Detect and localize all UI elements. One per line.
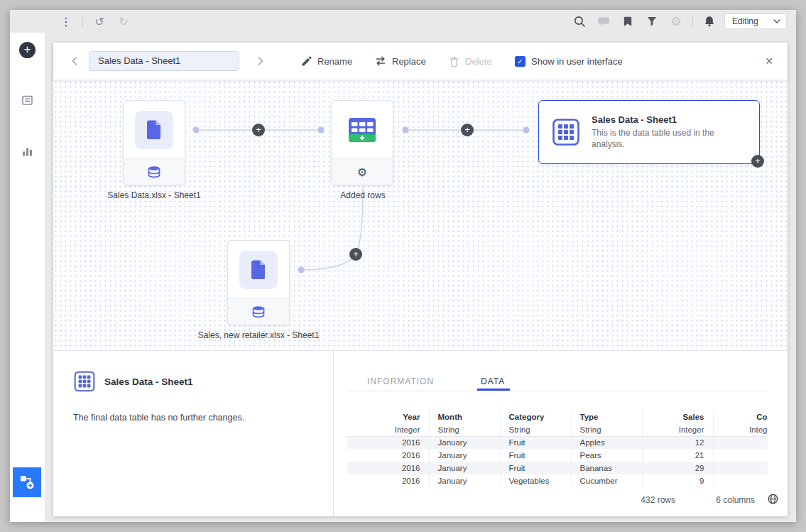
cell: January (429, 462, 500, 474)
node-final-table[interactable]: Sales Data - Sheet1 This is the data tab… (538, 100, 760, 164)
source-name-input[interactable]: Sales Data - Sheet1 (89, 51, 239, 71)
cell: 9 (642, 474, 713, 487)
cell: 2016 (347, 462, 429, 474)
visualizations-icon[interactable] (21, 145, 34, 161)
file-icon (249, 259, 268, 281)
details-panel: Sales Data - Sheet1 The final data table… (53, 350, 788, 516)
data-preview: Year Month Category Type Sales Co Intege… (347, 411, 768, 487)
comments-icon[interactable] (594, 12, 613, 31)
database-icon (146, 165, 162, 178)
details-title: Sales Data - Sheet1 (104, 376, 193, 387)
node-added-rows[interactable]: ⚙ (331, 100, 393, 185)
cell: Apples (571, 436, 642, 449)
settings-gear-icon[interactable]: ⚙ (667, 12, 685, 31)
locale-globe-icon[interactable] (767, 493, 779, 508)
cell: Cucumber (571, 474, 642, 487)
rename-button[interactable]: Rename (300, 55, 352, 67)
column-header[interactable]: Type (571, 411, 642, 423)
node-body (124, 101, 185, 158)
cell: January (429, 474, 500, 487)
tab-data[interactable]: DATA (481, 376, 505, 386)
final-node-description: This is the data table used in the analy… (592, 128, 734, 151)
node-body (332, 101, 393, 158)
bookmark-icon[interactable] (619, 12, 637, 31)
column-count: 6 columns (716, 495, 755, 505)
cell: 12 (642, 436, 713, 449)
column-header[interactable]: Month (429, 411, 500, 423)
column-type: Integ (713, 423, 768, 436)
pages-icon[interactable] (21, 94, 34, 110)
file-icon (145, 119, 163, 141)
column-type: Integer (347, 423, 429, 436)
file-icon-tile (239, 251, 278, 289)
show-in-ui-checkbox[interactable]: ✓ (515, 56, 525, 67)
add-content-button[interactable]: + (19, 42, 36, 58)
cell (713, 449, 768, 462)
canvas-header: Sales Data - Sheet1 Rename Delete ✓ (53, 43, 788, 80)
column-type: Integer (642, 423, 713, 436)
search-icon[interactable] (570, 12, 589, 31)
cell: 29 (642, 462, 713, 474)
mode-dropdown[interactable]: Editing (724, 13, 787, 29)
chevron-down-icon (773, 19, 780, 23)
cell: Vegetables (500, 474, 571, 487)
table-row: 2016 January Vegetables Cucumber 9 (347, 474, 768, 487)
column-header-row: Year Month Category Type Sales Co (347, 411, 768, 423)
filter-icon[interactable] (643, 12, 661, 31)
show-in-ui-label: Show in user interface (531, 56, 623, 67)
cell: Bananas (571, 462, 642, 474)
tabs-rule (347, 391, 768, 391)
cell (713, 436, 768, 449)
cell (713, 462, 768, 474)
kebab-menu-icon[interactable]: ⋮ (57, 12, 75, 31)
delete-label: Delete (465, 56, 492, 67)
chevron-left-icon (72, 57, 77, 65)
node-footer (124, 158, 185, 185)
delete-button[interactable]: Delete (448, 55, 492, 67)
tab-information[interactable]: INFORMATION (367, 376, 434, 386)
cell: Fruit (500, 462, 571, 474)
data-table-icon (73, 370, 96, 393)
node-source-file-2[interactable] (227, 240, 290, 325)
add-step-button[interactable]: + (461, 124, 474, 136)
data-canvas-tab[interactable] (13, 467, 41, 497)
column-header[interactable]: Co (713, 411, 768, 423)
node-footer (228, 298, 289, 325)
add-step-button[interactable]: + (349, 248, 362, 261)
add-step-button[interactable]: + (252, 124, 265, 136)
toolbar-divider (692, 16, 693, 27)
node-label: Sales Data.xlsx - Sheet1 (107, 190, 200, 200)
data-table-icon (551, 117, 581, 147)
column-header[interactable]: Category (500, 411, 571, 423)
column-header[interactable]: Sales (642, 411, 713, 423)
column-type: String (429, 423, 500, 436)
node-label: Sales, new retailer.xlsx - Sheet1 (198, 330, 320, 340)
undo-icon[interactable]: ↺ (90, 12, 109, 31)
cell: Fruit (500, 449, 571, 462)
chevron-right-icon (258, 57, 263, 65)
notifications-bell-icon[interactable] (700, 12, 719, 31)
close-icon[interactable]: ✕ (765, 43, 773, 80)
app-window: ⋮ ↺ ↻ ⚙ Editing + (10, 10, 796, 522)
pipeline-canvas: Sales Data.xlsx - Sheet1 ⚙ (53, 80, 788, 350)
details-left-pane: Sales Data - Sheet1 The final data table… (53, 351, 334, 516)
add-transformation-button[interactable]: + (751, 155, 764, 168)
replace-button[interactable]: Replace (374, 55, 426, 67)
add-rows-table-icon (343, 111, 381, 149)
transformation-gear-icon[interactable]: ⚙ (357, 165, 367, 179)
previous-source-button[interactable] (72, 43, 77, 80)
next-source-button[interactable] (258, 43, 263, 80)
node-source-file-1[interactable] (123, 100, 185, 185)
node-footer: ⚙ (332, 158, 393, 185)
cell: 2016 (347, 449, 429, 462)
replace-label: Replace (392, 56, 426, 67)
rename-label: Rename (317, 56, 352, 67)
swap-arrows-icon (374, 55, 387, 67)
redo-icon[interactable]: ↻ (114, 12, 133, 31)
top-toolbar: ⋮ ↺ ↻ ⚙ Editing (10, 10, 796, 33)
column-header[interactable]: Year (347, 411, 429, 423)
cell (713, 474, 768, 487)
database-icon (251, 305, 266, 318)
node-label: Added rows (340, 190, 385, 200)
column-type: String (500, 423, 571, 436)
